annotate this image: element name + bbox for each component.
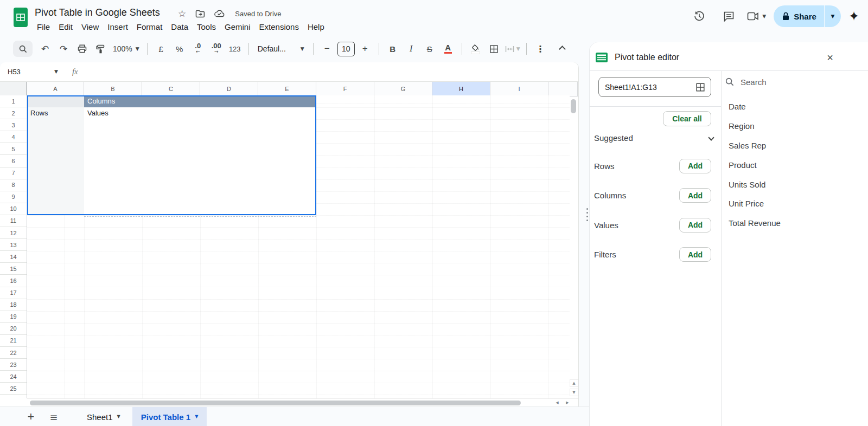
pivot-values-label[interactable]: Values [84, 107, 193, 119]
fill-color-button[interactable] [468, 41, 484, 57]
add-sheet-button[interactable]: + [22, 408, 40, 426]
name-box-dropdown[interactable]: ▼ [54, 69, 58, 74]
zoom-select[interactable]: 100% ▼ [111, 41, 142, 57]
menu-insert[interactable]: Insert [103, 21, 132, 33]
suggested-section[interactable]: Suggested [594, 130, 718, 145]
column-header-I[interactable]: I [490, 82, 548, 96]
borders-button[interactable] [486, 41, 502, 57]
row-header-11[interactable]: 11 [0, 215, 27, 227]
row-header-8[interactable]: 8 [0, 179, 27, 191]
row-header-22[interactable]: 22 [0, 347, 27, 359]
tab-sheet1-menu[interactable]: ▼ [117, 415, 120, 419]
row-header-19[interactable]: 19 [0, 311, 27, 323]
menu-gemini[interactable]: Gemini [220, 21, 255, 33]
tab-sheet1[interactable]: Sheet1 ▼ [78, 407, 129, 426]
clear-all-button[interactable]: Clear all [663, 111, 711, 126]
row-header-12[interactable]: 12 [0, 227, 27, 239]
tab-pivot-table-1[interactable]: Pivot Table 1 ▼ [132, 407, 207, 426]
close-panel-button[interactable]: × [820, 48, 840, 67]
search-input[interactable] [739, 77, 834, 87]
undo-button[interactable]: ↶ [37, 41, 53, 57]
row-header-5[interactable]: 5 [0, 143, 27, 155]
row-header-20[interactable]: 20 [0, 323, 27, 335]
share-button[interactable]: Share ▼ [774, 5, 841, 27]
row-header-6[interactable]: 6 [0, 155, 27, 167]
name-box[interactable]: H53 [0, 68, 54, 76]
gemini-sparkle-icon[interactable]: ✦ [848, 10, 859, 23]
row-header-2[interactable]: 2 [0, 107, 27, 119]
row-header-9[interactable]: 9 [0, 191, 27, 203]
column-header-partial[interactable] [548, 82, 578, 96]
column-header-D[interactable]: D [200, 82, 258, 96]
field-units-sold[interactable]: Units Sold [721, 175, 868, 194]
decrease-decimal-button[interactable]: .0← [190, 41, 206, 57]
sheets-logo-icon[interactable] [13, 7, 28, 28]
column-header-G[interactable]: G [374, 82, 432, 96]
menu-view[interactable]: View [77, 21, 103, 33]
pivot-corner-cell[interactable] [27, 95, 84, 107]
grid-body[interactable]: Columns Rows Values [27, 95, 570, 398]
data-range-input[interactable]: Sheet1!A1:G13 [598, 77, 711, 97]
format-currency-button[interactable]: £ [153, 41, 169, 57]
merge-cells-button[interactable]: ▼ [505, 41, 521, 57]
row-header-25[interactable]: 25 [0, 383, 27, 395]
field-product[interactable]: Product [721, 155, 868, 175]
column-header-H[interactable]: H [432, 82, 490, 96]
field-total-revenue[interactable]: Total Revenue [721, 214, 868, 233]
saved-status[interactable]: Saved to Drive [235, 10, 281, 18]
italic-button[interactable]: I [403, 41, 419, 57]
add-rows-button[interactable]: Add [679, 159, 711, 173]
row-header-16[interactable]: 16 [0, 275, 27, 287]
field-sales-rep[interactable]: Sales Rep [721, 136, 868, 156]
select-range-icon[interactable] [696, 83, 705, 92]
column-header-F[interactable]: F [316, 82, 374, 96]
row-header-4[interactable]: 4 [0, 131, 27, 143]
horizontal-scrollbar[interactable] [30, 401, 521, 405]
menu-extensions[interactable]: Extensions [255, 21, 303, 33]
redo-button[interactable]: ↷ [55, 41, 72, 57]
menu-tools[interactable]: Tools [193, 21, 220, 33]
menu-file[interactable]: File [33, 21, 54, 33]
row-header-7[interactable]: 7 [0, 167, 27, 179]
move-folder-icon[interactable] [195, 10, 205, 18]
version-history-icon[interactable] [688, 5, 710, 27]
add-columns-button[interactable]: Add [679, 188, 711, 203]
row-header-14[interactable]: 14 [0, 251, 27, 263]
row-header-3[interactable]: 3 [0, 119, 27, 131]
scroll-down-button[interactable]: ▼ [570, 389, 578, 396]
scroll-up-button[interactable]: ▲ [570, 379, 578, 387]
hide-menus-button[interactable] [556, 42, 569, 55]
menu-help[interactable]: Help [303, 21, 329, 33]
scroll-right-button[interactable]: ▶ [563, 399, 572, 406]
more-formats-button[interactable]: 123 [227, 41, 243, 57]
row-header-24[interactable]: 24 [0, 371, 27, 383]
font-select[interactable]: Defaul... ▼ [254, 41, 308, 57]
strikethrough-button[interactable]: S [422, 41, 438, 57]
field-region[interactable]: Region [721, 117, 868, 136]
row-header-23[interactable]: 23 [0, 359, 27, 371]
panel-resize-handle[interactable] [586, 208, 588, 221]
pivot-columns-header[interactable]: Columns [84, 95, 316, 107]
meet-video-call-button[interactable]: ▼ [747, 12, 766, 21]
column-header-E[interactable]: E [258, 82, 316, 96]
bold-button[interactable]: B [385, 41, 401, 57]
field-date[interactable]: Date [721, 97, 868, 117]
font-size-input[interactable]: 10 [337, 42, 355, 56]
field-unit-price[interactable]: Unit Price [721, 194, 868, 214]
row-header-1[interactable]: 1 [0, 95, 27, 107]
row-header-13[interactable]: 13 [0, 239, 27, 251]
vertical-scrollbar[interactable] [571, 99, 576, 113]
pivot-values-area[interactable] [84, 107, 316, 215]
menu-edit[interactable]: Edit [54, 21, 77, 33]
column-header-A[interactable]: A [27, 82, 84, 96]
select-all-corner[interactable] [0, 82, 27, 96]
more-toolbar-options-button[interactable]: ⋮ [532, 41, 548, 57]
comments-icon[interactable] [718, 5, 739, 27]
menu-format[interactable]: Format [132, 21, 167, 33]
column-header-C[interactable]: C [142, 82, 200, 96]
pivot-rows-column[interactable] [27, 107, 84, 215]
decrease-font-size-button[interactable]: − [319, 41, 335, 57]
chevron-down-icon[interactable]: ▼ [762, 14, 766, 19]
row-header-17[interactable]: 17 [0, 287, 27, 299]
text-color-button[interactable]: A [440, 41, 456, 57]
